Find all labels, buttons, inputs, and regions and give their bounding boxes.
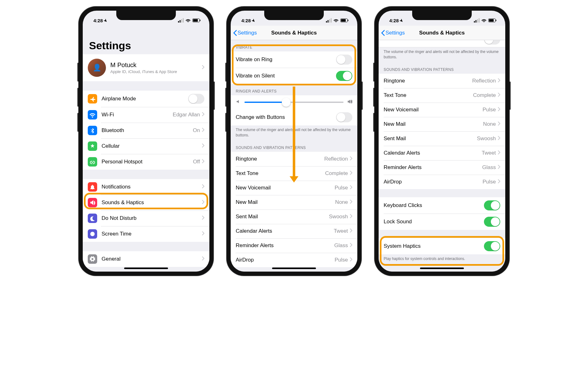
keyboard-clicks-toggle[interactable] <box>484 200 500 210</box>
row-label: Reminder Alerts <box>384 164 482 171</box>
row-sounds-haptics[interactable]: Sounds & Haptics <box>83 195 209 210</box>
row-value: Swoosh <box>329 214 348 220</box>
row-value: Glass <box>334 242 348 249</box>
row-lock-sound[interactable]: Lock Sound <box>379 214 505 230</box>
vibrate-on-silent-toggle[interactable] <box>336 71 352 81</box>
row-label: New Voicemail <box>236 185 334 191</box>
row-label: New Voicemail <box>384 107 482 113</box>
chevron-icon <box>350 185 352 191</box>
row-sent-mail[interactable]: Sent Mail Swoosh <box>379 131 505 146</box>
location-icon: ➤ <box>103 18 108 23</box>
row-keyboard-clicks[interactable]: Keyboard Clicks <box>379 197 505 214</box>
chevron-icon <box>350 228 352 234</box>
row-airplane-mode[interactable]: Airplane Mode <box>83 91 209 107</box>
row-value: Pulse <box>334 257 348 263</box>
row-reminder-alerts[interactable]: Reminder Alerts Glass <box>231 238 357 253</box>
battery-icon <box>488 19 496 22</box>
row-airdrop[interactable]: AirDrop Pulse <box>231 253 357 267</box>
row-value: Pulse <box>482 107 496 113</box>
chevron-icon <box>498 78 500 84</box>
chevron-icon <box>498 165 500 170</box>
row-label: New Mail <box>384 121 483 127</box>
row-label: Text Tone <box>384 92 473 98</box>
chevron-icon <box>202 65 204 71</box>
row-value: None <box>483 121 496 127</box>
lock-sound-toggle[interactable] <box>484 217 500 227</box>
home-indicator[interactable] <box>124 268 168 269</box>
row-new-voicemail[interactable]: New Voicemail Pulse <box>379 103 505 117</box>
page-title: Settings <box>83 26 209 54</box>
row-label: Wi-Fi <box>102 112 173 118</box>
row-ringtone[interactable]: Ringtone Reflection <box>379 74 505 88</box>
home-indicator[interactable] <box>272 268 316 269</box>
row-label: New Mail <box>236 199 335 205</box>
row-calendar-alerts[interactable]: Calendar Alerts Tweet <box>231 224 357 238</box>
row-screen-time[interactable]: Screen Time <box>83 226 209 242</box>
chevron-icon <box>498 93 500 98</box>
row-reminder-alerts[interactable]: Reminder Alerts Glass <box>379 160 505 175</box>
row-cellular[interactable]: Cellular <box>83 138 209 154</box>
battery-icon <box>192 19 201 22</box>
chevron-icon <box>202 143 204 149</box>
chevron-icon <box>498 179 500 185</box>
row-new-mail[interactable]: New Mail None <box>379 117 505 131</box>
system-haptics-toggle[interactable] <box>484 241 500 251</box>
row-label: AirDrop <box>384 179 482 185</box>
row-text-tone[interactable]: Text Tone Complete <box>379 88 505 103</box>
nav-bar: Settings Sounds & Haptics <box>231 26 357 40</box>
account-name: M Potuck <box>110 61 202 69</box>
row-notifications[interactable]: Notifications <box>83 179 209 195</box>
row-value: None <box>335 199 348 205</box>
row-label: Calendar Alerts <box>384 150 482 156</box>
row-new-voicemail[interactable]: New Voicemail Pulse <box>231 181 357 195</box>
wifi-icon <box>333 19 339 22</box>
row-label: Text Tone <box>236 170 325 177</box>
cellular-signal-icon <box>326 18 332 23</box>
chevron-icon <box>498 121 500 127</box>
row-wi-fi[interactable]: Wi-Fi Edgar Allan <box>83 107 209 123</box>
row-vibrate-on-silent[interactable]: Vibrate on Silent <box>231 68 357 84</box>
back-button[interactable]: Settings <box>233 26 257 40</box>
nav-title: Sounds & Haptics <box>271 30 317 36</box>
change-with-buttons-toggle[interactable] <box>336 112 352 122</box>
row-personal-hotspot[interactable]: Personal Hotspot Off <box>83 154 209 170</box>
airplane-mode-toggle[interactable] <box>188 94 204 104</box>
wifi-icon <box>481 19 486 22</box>
row-value: Complete <box>325 170 348 177</box>
back-label: Settings <box>386 30 405 36</box>
chevron-icon <box>202 231 204 237</box>
system-haptics-row[interactable]: System Haptics <box>379 238 505 254</box>
row-new-mail[interactable]: New Mail None <box>231 195 357 209</box>
volume-high-icon <box>347 99 352 105</box>
row-label: Cellular <box>102 143 200 149</box>
row-calendar-alerts[interactable]: Calendar Alerts Tweet <box>379 146 505 160</box>
row-value: Tweet <box>482 150 496 156</box>
chevron-icon <box>202 184 204 190</box>
back-button[interactable]: Settings <box>381 26 405 40</box>
row-vibrate-on-ring[interactable]: Vibrate on Ring <box>231 51 357 68</box>
svg-rect-1 <box>193 19 198 22</box>
chevron-icon <box>350 214 352 220</box>
row-label: Airplane Mode <box>102 96 188 102</box>
change-with-buttons-row[interactable] <box>379 40 505 47</box>
row-airdrop[interactable]: AirDrop Pulse <box>379 175 505 189</box>
row-bluetooth[interactable]: Bluetooth On <box>83 123 209 138</box>
phone-frame-3: 4:28 ➤ Settings Sounds & Haptics The vol… <box>374 6 510 276</box>
avatar: 👤 <box>88 59 106 77</box>
chevron-icon <box>202 159 204 165</box>
row-sent-mail[interactable]: Sent Mail Swoosh <box>231 209 357 224</box>
volume-low-icon <box>236 99 241 105</box>
row-do-not-disturb[interactable]: Do Not Disturb <box>83 210 209 226</box>
row-general[interactable]: General <box>83 251 209 267</box>
chevron-icon <box>498 136 500 141</box>
wi-fi-icon <box>88 110 97 119</box>
home-indicator[interactable] <box>420 268 464 269</box>
vibrate-on-ring-toggle[interactable] <box>336 55 352 65</box>
row-label: Do Not Disturb <box>102 215 200 221</box>
cellular-signal-icon <box>474 18 480 23</box>
svg-rect-7 <box>489 19 494 22</box>
change-with-buttons-toggle[interactable] <box>484 40 500 45</box>
apple-id-row[interactable]: 👤 M Potuck Apple ID, iCloud, iTunes & Ap… <box>83 54 209 81</box>
chevron-icon <box>202 215 204 221</box>
nav-title: Sounds & Haptics <box>419 30 465 36</box>
